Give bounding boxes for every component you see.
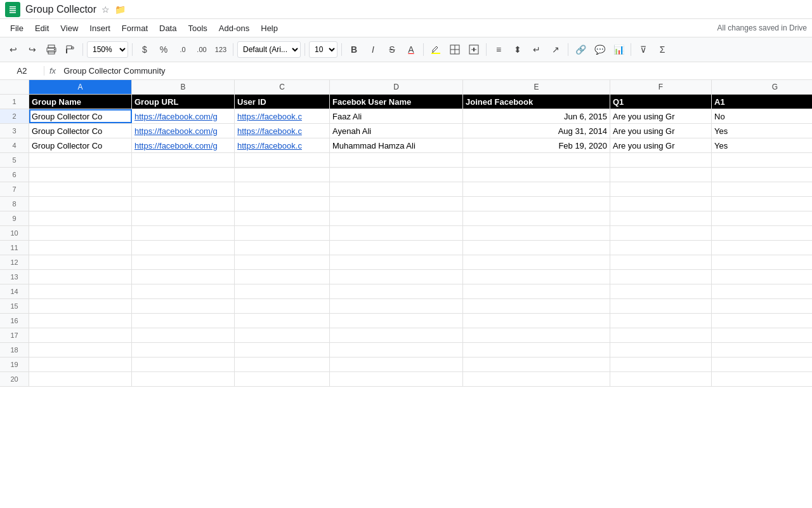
strikethrough-button[interactable]: S xyxy=(384,41,400,58)
font-color-button[interactable]: A xyxy=(403,41,419,58)
row-num-20[interactable]: 20 xyxy=(0,372,29,386)
cell-empty[interactable] xyxy=(235,197,330,211)
col-header-b[interactable]: B xyxy=(132,80,235,94)
row-num-4[interactable]: 4 xyxy=(0,138,29,152)
redo-button[interactable]: ↪ xyxy=(24,41,41,58)
cell-empty[interactable] xyxy=(330,153,463,167)
row-num-16[interactable]: 16 xyxy=(0,314,29,328)
cell-empty[interactable] xyxy=(610,197,712,211)
col-header-c[interactable]: C xyxy=(235,80,330,94)
cell-empty[interactable] xyxy=(132,284,235,298)
bold-button[interactable]: B xyxy=(346,41,362,58)
cell-e2[interactable]: Jun 6, 2015 xyxy=(463,109,610,123)
undo-button[interactable]: ↩ xyxy=(5,41,22,58)
cell-reference[interactable]: A2 xyxy=(0,66,44,76)
cell-g2[interactable]: No xyxy=(712,109,812,123)
col-header-a[interactable]: A xyxy=(29,80,132,94)
cell-empty[interactable] xyxy=(610,284,712,298)
menu-view[interactable]: View xyxy=(55,22,83,35)
chart-button[interactable]: 📊 xyxy=(610,41,627,58)
cell-empty[interactable] xyxy=(132,343,235,357)
cell-empty[interactable] xyxy=(463,328,610,342)
cell-empty[interactable] xyxy=(235,328,330,342)
cell-empty[interactable] xyxy=(463,299,610,313)
cell-empty[interactable] xyxy=(330,372,463,386)
valign-button[interactable]: ⬍ xyxy=(509,41,526,58)
cell-empty[interactable] xyxy=(712,197,812,211)
row-num-14[interactable]: 14 xyxy=(0,284,29,298)
cell-empty[interactable] xyxy=(29,226,132,240)
cell-empty[interactable] xyxy=(712,284,812,298)
cell-empty[interactable] xyxy=(132,226,235,240)
row-num-13[interactable]: 13 xyxy=(0,270,29,284)
wrap-button[interactable]: ↵ xyxy=(528,41,545,58)
cell-empty[interactable] xyxy=(610,358,712,371)
cell-empty[interactable] xyxy=(29,343,132,357)
cell-empty[interactable] xyxy=(330,255,463,269)
cell-b1[interactable]: Group URL xyxy=(132,95,235,109)
cell-empty[interactable] xyxy=(29,270,132,284)
formula-content[interactable]: Group Collector Community xyxy=(61,66,812,76)
row-num-10[interactable]: 10 xyxy=(0,226,29,240)
zoom-select[interactable]: 150%100%75% xyxy=(87,41,128,58)
cell-empty[interactable] xyxy=(132,270,235,284)
cell-a1[interactable]: Group Name xyxy=(29,95,132,109)
cell-empty[interactable] xyxy=(712,211,812,225)
cell-empty[interactable] xyxy=(463,168,610,182)
cell-empty[interactable] xyxy=(235,255,330,269)
cell-empty[interactable] xyxy=(235,226,330,240)
cell-empty[interactable] xyxy=(463,182,610,196)
cell-empty[interactable] xyxy=(132,241,235,255)
cell-empty[interactable] xyxy=(132,255,235,269)
row-num-7[interactable]: 7 xyxy=(0,182,29,196)
cell-empty[interactable] xyxy=(132,314,235,328)
cell-b2[interactable]: https://facebook.com/g xyxy=(132,109,235,123)
row-num-11[interactable]: 11 xyxy=(0,241,29,255)
paint-format-button[interactable] xyxy=(62,41,79,58)
row-num-2[interactable]: 2 xyxy=(0,109,29,123)
cell-empty[interactable] xyxy=(712,328,812,342)
cell-empty[interactable] xyxy=(463,372,610,386)
cell-empty[interactable] xyxy=(29,153,132,167)
italic-button[interactable]: I xyxy=(365,41,381,58)
cell-c4[interactable]: https://facebook.c xyxy=(235,138,330,152)
cell-g3[interactable]: Yes xyxy=(712,124,812,138)
borders-button[interactable] xyxy=(447,41,463,58)
cell-empty[interactable] xyxy=(132,153,235,167)
cell-empty[interactable] xyxy=(463,241,610,255)
cell-empty[interactable] xyxy=(330,284,463,298)
cell-empty[interactable] xyxy=(610,211,712,225)
cell-empty[interactable] xyxy=(712,241,812,255)
cell-empty[interactable] xyxy=(235,372,330,386)
cell-empty[interactable] xyxy=(330,211,463,225)
cell-empty[interactable] xyxy=(29,255,132,269)
cell-empty[interactable] xyxy=(132,182,235,196)
row-num-6[interactable]: 6 xyxy=(0,168,29,182)
cell-empty[interactable] xyxy=(330,226,463,240)
cell-empty[interactable] xyxy=(29,284,132,298)
percent-button[interactable]: % xyxy=(155,41,172,58)
cell-empty[interactable] xyxy=(463,314,610,328)
cell-empty[interactable] xyxy=(463,211,610,225)
link-button[interactable]: 🔗 xyxy=(572,41,589,58)
cell-empty[interactable] xyxy=(29,168,132,182)
menu-addons[interactable]: Add-ons xyxy=(214,22,254,35)
cell-empty[interactable] xyxy=(712,299,812,313)
cell-empty[interactable] xyxy=(463,255,610,269)
cell-empty[interactable] xyxy=(29,182,132,196)
cell-empty[interactable] xyxy=(712,372,812,386)
cell-b3[interactable]: https://facebook.com/g xyxy=(132,124,235,138)
cell-empty[interactable] xyxy=(235,241,330,255)
cell-e1[interactable]: Joined Facebook xyxy=(463,95,610,109)
row-num-15[interactable]: 15 xyxy=(0,299,29,313)
cell-c2[interactable]: https://facebook.c xyxy=(235,109,330,123)
cell-empty[interactable] xyxy=(330,343,463,357)
cell-empty[interactable] xyxy=(29,299,132,313)
cell-empty[interactable] xyxy=(610,255,712,269)
more-decimals-button[interactable]: .00 xyxy=(193,41,210,58)
cell-g1[interactable]: A1 xyxy=(712,95,812,109)
cell-empty[interactable] xyxy=(610,153,712,167)
cell-empty[interactable] xyxy=(235,299,330,313)
cell-empty[interactable] xyxy=(29,314,132,328)
cell-empty[interactable] xyxy=(463,197,610,211)
